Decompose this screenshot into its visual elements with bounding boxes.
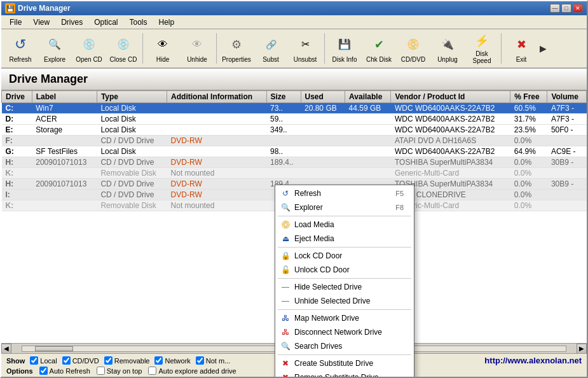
col-volume[interactable]: Volume [547, 91, 587, 103]
main-window: 💾 Drive Manager — □ ✕ File View Drives O… [0, 0, 588, 378]
context-menu-item[interactable]: ✖Remove Substitute Drive [275, 370, 414, 377]
context-menu-item[interactable]: 🔓Unlock CD Door [275, 263, 414, 277]
table-cell: F: [2, 136, 32, 146]
close-button[interactable]: ✕ [573, 4, 583, 13]
auto-refresh-label: Auto Refresh [50, 367, 90, 375]
context-menu-item[interactable]: —Hide Selected Drive [275, 280, 414, 294]
context-menu-item[interactable]: ⏏Eject Media [275, 232, 414, 246]
scroll-right-button[interactable]: ▶ [577, 344, 587, 354]
table-header-row: Drive Label Type Additional Information … [2, 91, 587, 103]
show-cddvd-checkbox[interactable] [62, 356, 71, 365]
context-menu-item[interactable]: 🔒Lock CD Door [275, 249, 414, 263]
menu-tools[interactable]: Tools [124, 16, 153, 29]
context-menu-item[interactable]: 📀Load Media [275, 218, 414, 232]
col-used[interactable]: Used [301, 91, 345, 103]
toolbar-unhide[interactable]: Unhide [181, 31, 214, 66]
context-menu-item[interactable]: 🔍Search Drives [275, 339, 414, 353]
context-menu-item[interactable]: —Unhide Selected Drive [275, 294, 414, 308]
toolbar-subst[interactable]: Subst [254, 31, 287, 66]
toolbar-properties-label: Properties [222, 56, 251, 63]
open-cd-icon [79, 34, 99, 55]
table-cell: Local Disk [97, 146, 167, 157]
menu-help[interactable]: Help [153, 16, 181, 29]
show-local-checkbox[interactable] [30, 356, 38, 365]
col-label[interactable]: Label [32, 91, 97, 103]
toolbar-exit[interactable]: Exit [505, 31, 538, 66]
show-removable-checkbox[interactable] [104, 356, 113, 365]
context-menu-item[interactable]: ↺RefreshF5 [275, 186, 414, 200]
toolbar-unplug[interactable]: Unplug [431, 31, 464, 66]
toolbar-open-cd[interactable]: Open CD [72, 31, 106, 66]
menu-view[interactable]: View [27, 16, 55, 29]
content-area: Drive Label Type Additional Information … [1, 90, 587, 377]
table-cell: 73.. [266, 103, 301, 114]
table-row[interactable]: C:Win7Local Disk73..20.80 GB44.59 GBWDC … [2, 103, 587, 114]
context-menu-item-label: Create Substitute Drive [294, 359, 373, 368]
show-not-mounted-checkbox[interactable] [196, 356, 204, 365]
table-cell [167, 146, 266, 157]
table-row[interactable]: G:SF TestFilesLocal Disk98..WDC WD6400AA… [2, 146, 587, 157]
table-cell: 0.0% [510, 157, 547, 168]
subst-icon [261, 34, 281, 55]
toolbar-close-cd[interactable]: Close CD [107, 31, 140, 66]
scroll-thumb[interactable] [35, 346, 73, 351]
toolbar-refresh[interactable]: Refresh [4, 31, 37, 66]
option-auto-explore: Auto explore added drive [148, 367, 236, 375]
auto-explore-checkbox[interactable] [148, 367, 156, 375]
auto-refresh-checkbox[interactable] [39, 367, 48, 375]
context-menu-item-shortcut: F5 [395, 190, 404, 197]
table-cell [547, 136, 587, 146]
website-link[interactable]: http://www.alexnolan.net [484, 356, 582, 365]
minimize-button[interactable]: — [550, 4, 560, 13]
show-network-checkbox[interactable] [154, 356, 163, 365]
toolbar-sep4 [501, 33, 502, 64]
menu-drives[interactable]: Drives [55, 16, 88, 29]
table-cell: Not mounted [167, 200, 266, 211]
toolbar-disk-info[interactable]: Disk Info [328, 31, 361, 66]
table-row[interactable]: E:StorageLocal Disk349..WDC WD6400AAKS-2… [2, 125, 587, 136]
col-drive[interactable]: Drive [2, 91, 32, 103]
context-menu-item[interactable]: 🖧Disconnect Network Drive [275, 325, 414, 339]
col-type[interactable]: Type [97, 91, 167, 103]
toolbar-unsubst-label: Unsubst [294, 56, 317, 63]
context-menu-item[interactable]: 🖧Map Network Drive [275, 311, 414, 325]
table-cell: DVD-RW [167, 157, 266, 168]
context-menu-item-icon: ⏏ [280, 234, 291, 244]
toolbar-explore[interactable]: Explore [38, 31, 71, 66]
toolbar-unsubst[interactable]: Unsubst [289, 31, 322, 66]
table-cell: 98.. [266, 146, 301, 157]
col-available[interactable]: Available [345, 91, 391, 103]
table-row[interactable]: H:200901071013CD / DVD DriveDVD-RW189.4.… [2, 157, 587, 168]
table-row[interactable]: F:CD / DVD DriveDVD-RWATAPI DVD A DH16A6… [2, 136, 587, 146]
table-cell: SF TestFiles [32, 146, 97, 157]
col-additional[interactable]: Additional Information [167, 91, 266, 103]
table-cell [345, 125, 391, 136]
context-menu-item-icon: 🔓 [280, 265, 291, 275]
col-size[interactable]: Size [266, 91, 301, 103]
table-row[interactable]: D:ACERLocal Disk59..WDC WD6400AAKS-22A7B… [2, 114, 587, 125]
maximize-button[interactable]: □ [561, 4, 571, 13]
toolbar-chk-disk[interactable]: Chk Disk [362, 31, 395, 66]
table-cell: WDC WD6400AAKS-22A7B2 [391, 103, 510, 114]
toolbar-cddvd[interactable]: CD/DVD [397, 31, 430, 66]
toolbar-exit-label: Exit [516, 56, 527, 63]
table-row[interactable]: K:Removable DiskNot mountedGeneric-Multi… [2, 168, 587, 179]
table-cell: Not mounted [167, 168, 266, 179]
col-free-pct[interactable]: % Free [510, 91, 547, 103]
table-cell: ATAPI DVD A DH16A6S [391, 136, 510, 146]
menu-file[interactable]: File [4, 16, 27, 29]
context-menu-item-label: Disconnect Network Drive [294, 328, 382, 337]
menu-optical[interactable]: Optical [88, 16, 123, 29]
scroll-left-button[interactable]: ◀ [1, 344, 11, 354]
col-vendor[interactable]: Vendor / Product Id [391, 91, 510, 103]
toolbar-hide[interactable]: Hide [146, 31, 179, 66]
toolbar-disk-speed[interactable]: Disk Speed [465, 31, 498, 66]
table-cell [345, 136, 391, 146]
context-menu-item[interactable]: 🔍ExplorerF8 [275, 200, 414, 214]
context-menu-item-label: Unlock CD Door [294, 265, 350, 274]
context-menu-item[interactable]: ✖Create Substitute Drive [275, 356, 414, 370]
app-title-bar: Drive Manager [1, 69, 587, 90]
toolbar-properties[interactable]: Properties [220, 31, 253, 66]
toolbar-more-arrow[interactable]: ▶ [539, 31, 547, 66]
stay-on-top-checkbox[interactable] [97, 367, 105, 375]
